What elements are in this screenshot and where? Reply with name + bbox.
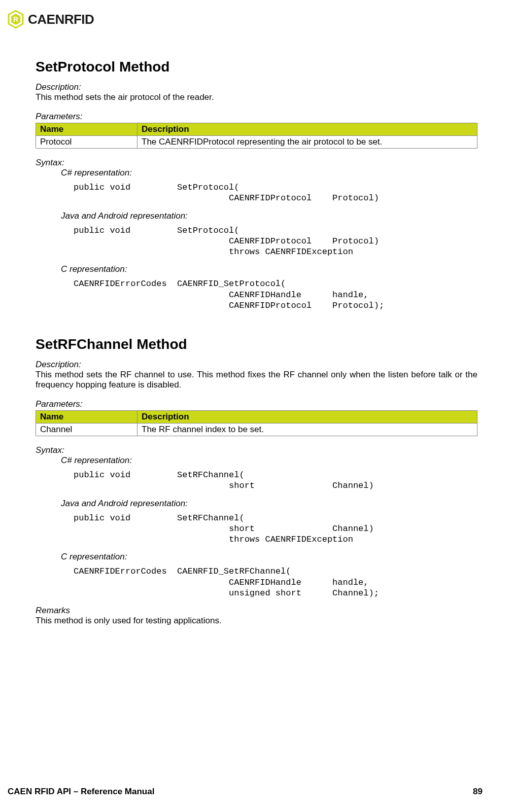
c-code: CAENRFIDErrorCodes CAENRFID_SetRFChannel…: [74, 566, 477, 598]
java-label: Java and Android representation:: [61, 499, 477, 509]
c-label: C representation:: [61, 552, 477, 562]
remarks-text: This method is only used for testing app…: [36, 616, 477, 626]
java-code: public void SetProtocol( CAENRFIDProtoco…: [74, 225, 477, 258]
table-header-name: Name: [36, 123, 138, 136]
java-label: Java and Android representation:: [61, 211, 477, 221]
csharp-label: C# representation:: [61, 455, 477, 466]
parameters-table: Name Description Channel The RF channel …: [36, 410, 477, 436]
java-code: public void SetRFChannel( short Channel)…: [74, 513, 477, 545]
logo-text: CAENRFID: [28, 12, 94, 27]
section-title: SetProtocol Method: [36, 59, 477, 75]
remarks-label: Remarks: [36, 606, 477, 616]
page-number: 89: [473, 787, 483, 797]
syntax-label: Syntax:: [36, 445, 477, 455]
param-name: Protocol: [36, 136, 138, 149]
section-title: SetRFChannel Method: [36, 336, 477, 352]
header: R CAENRFID: [8, 10, 477, 28]
table-header-description: Description: [138, 123, 477, 136]
parameters-label: Parameters:: [36, 399, 477, 409]
c-label: C representation:: [61, 264, 477, 274]
csharp-code: public void SetProtocol( CAENRFIDProtoco…: [74, 182, 477, 204]
syntax-label: Syntax:: [36, 158, 477, 168]
footer-title: CAEN RFID API – Reference Manual: [8, 787, 154, 797]
description-label: Description:: [36, 360, 477, 370]
csharp-code: public void SetRFChannel( short Channel): [74, 470, 477, 491]
parameters-label: Parameters:: [36, 112, 477, 122]
parameters-table: Name Description Protocol The CAENRFIDPr…: [36, 123, 477, 149]
setrfchannel-section: SetRFChannel Method Description: This me…: [36, 336, 477, 626]
table-header-description: Description: [138, 411, 477, 423]
csharp-label: C# representation:: [61, 168, 477, 178]
param-desc: The CAENRFIDProtocol representing the ai…: [138, 136, 477, 149]
description-text: This method sets the RF channel to use. …: [36, 370, 477, 390]
table-row: Channel The RF channel index to be set.: [36, 423, 477, 436]
table-header-name: Name: [36, 411, 138, 423]
setprotocol-section: SetProtocol Method Description: This met…: [36, 59, 477, 311]
param-name: Channel: [36, 423, 138, 436]
logo-icon: R: [8, 10, 24, 28]
param-desc: The RF channel index to be set.: [138, 423, 477, 436]
footer: CAEN RFID API – Reference Manual 89: [8, 787, 483, 797]
table-row: Protocol The CAENRFIDProtocol representi…: [36, 136, 477, 149]
svg-text:R: R: [13, 15, 18, 23]
description-text: This method sets the air protocol of the…: [36, 92, 477, 102]
description-label: Description:: [36, 82, 477, 92]
content: SetProtocol Method Description: This met…: [36, 59, 477, 787]
c-code: CAENRFIDErrorCodes CAENRFID_SetProtocol(…: [74, 278, 477, 311]
